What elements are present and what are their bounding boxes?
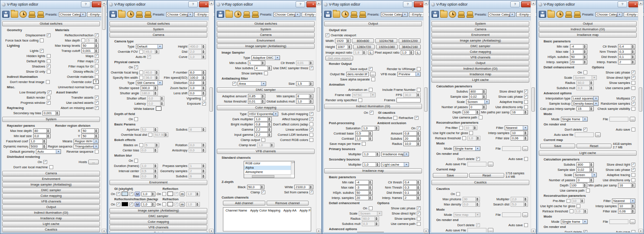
spin-down-icon[interactable] [154, 150, 158, 152]
spinner-arrows-icon[interactable] [375, 222, 379, 226]
spin-down-icon[interactable] [202, 88, 206, 90]
spinner[interactable]: 0,001 [42, 111, 60, 115]
button[interactable]: ... [88, 160, 99, 164]
checkbox[interactable]: ✓ [631, 96, 635, 100]
stamp-load-icon[interactable] [144, 11, 151, 18]
checkbox[interactable] [95, 64, 99, 68]
section-bar-irradiance-map[interactable]: Irradiance map [324, 168, 422, 173]
spinner-arrows-icon[interactable] [267, 122, 271, 126]
dropdown[interactable]: Least squares fi▼ [572, 96, 599, 101]
checkbox[interactable]: ✓ [325, 33, 329, 37]
spinner[interactable]: 1,0 [401, 50, 414, 55]
spinner-arrows-icon[interactable] [270, 143, 274, 147]
spinner[interactable]: 0,8 [403, 131, 421, 136]
spin-down-icon[interactable] [270, 145, 274, 147]
spin-down-icon[interactable] [154, 166, 158, 168]
spinner[interactable]: 50,0 [247, 185, 264, 189]
section-bar-global-switches[interactable]: Global switches [2, 21, 100, 26]
spin-down-icon[interactable] [524, 138, 528, 140]
checkbox[interactable]: ✓ [95, 33, 99, 37]
help-button[interactable]: ? [81, 1, 90, 7]
section-bar-system[interactable]: System [217, 27, 315, 32]
spin-down-icon[interactable] [363, 52, 366, 54]
spinner[interactable]: 40,0 [145, 70, 159, 75]
spinner-arrows-icon[interactable] [196, 202, 200, 206]
spin-down-icon[interactable] [43, 141, 46, 143]
spinner[interactable]: 10,0 [403, 141, 421, 146]
spinner-arrows-icon[interactable] [202, 50, 206, 54]
stamp-save-icon[interactable] [457, 11, 465, 18]
spinner[interactable]: 5 [145, 143, 159, 147]
button[interactable]: m [180, 202, 185, 207]
spinner-arrows-icon[interactable] [368, 180, 372, 184]
spin-down-icon[interactable] [369, 192, 372, 195]
spinner-arrows-icon[interactable] [589, 86, 593, 90]
spinner[interactable]: 45,0 [145, 49, 159, 54]
checkbox[interactable] [95, 150, 99, 154]
spinner-arrows-icon[interactable] [94, 38, 98, 42]
section-bar-camera[interactable]: Camera [109, 32, 207, 38]
spinner[interactable]: 800 [469, 89, 486, 94]
spinner[interactable]: 20 [570, 60, 587, 64]
spin-down-icon[interactable] [155, 145, 159, 147]
stamp-load-icon[interactable] [251, 11, 259, 18]
help-button[interactable]: ? [403, 1, 412, 7]
checkbox[interactable]: ✓ [95, 59, 99, 63]
section-bar-vfb-channels[interactable]: VFB channels [2, 199, 100, 204]
button[interactable]: ... [522, 146, 528, 151]
text-field[interactable] [502, 212, 521, 217]
dropdown[interactable]: NTSC▼ [352, 93, 376, 97]
spin-down-icon[interactable] [631, 57, 635, 59]
spinner[interactable]: 0,02 [469, 94, 486, 99]
open-folder-icon[interactable] [440, 11, 448, 18]
checkbox[interactable]: ✓ [134, 65, 138, 69]
text-field[interactable] [502, 146, 521, 151]
spin-down-icon[interactable] [583, 57, 587, 59]
spinner[interactable]: 50 [81, 134, 99, 138]
section-bar-output[interactable]: Output [109, 231, 207, 233]
spinner[interactable]: 517,51 [154, 132, 168, 137]
spinner[interactable]: 1,5 [296, 81, 313, 86]
section-bar-vfb-channels[interactable]: VFB channels [109, 225, 207, 230]
spinner-arrows-icon[interactable] [482, 90, 486, 93]
spinner[interactable]: 50 [570, 54, 587, 59]
dropdown[interactable]: Screen▼ [359, 211, 382, 216]
spin-down-icon[interactable] [417, 95, 420, 97]
checkbox[interactable]: ✓ [524, 95, 528, 99]
spinner-arrows-icon[interactable] [631, 204, 635, 208]
spinner[interactable]: 1,0 [257, 143, 274, 147]
spinner[interactable]: 16 [511, 110, 528, 115]
spinner[interactable]: 10 [572, 199, 585, 203]
spinner[interactable]: 0,1 [618, 54, 635, 59]
spinner[interactable]: 0,0 [147, 96, 164, 101]
spinner[interactable]: 5,0 [141, 127, 158, 132]
checkbox[interactable]: ✓ [40, 49, 44, 53]
checkbox[interactable]: ✓ [202, 102, 206, 106]
text-field[interactable] [396, 98, 421, 103]
dropdown[interactable]: Still Camera▼ [136, 80, 163, 85]
spinner-arrows-icon[interactable] [524, 110, 528, 114]
spinner-arrows-icon[interactable] [155, 143, 159, 147]
checkbox[interactable] [362, 142, 366, 146]
spin-down-icon[interactable] [584, 211, 587, 213]
checkbox[interactable] [631, 107, 635, 111]
checkbox[interactable]: ✓ [476, 157, 480, 161]
spinner-arrows-icon[interactable] [482, 95, 486, 99]
dropdown[interactable]: HSV Exponentia▼ [248, 112, 278, 116]
section-bar-indirect-illumination-gi[interactable]: Indirect illumination (GI) [431, 66, 529, 71]
checkbox[interactable]: ✓ [309, 128, 313, 131]
scroll-thumb[interactable] [424, 87, 428, 112]
spinner[interactable]: 0 [469, 105, 486, 109]
spinner-arrows-icon[interactable] [94, 134, 98, 138]
scroll-down-icon[interactable]: ▼ [102, 229, 106, 233]
spin-down-icon[interactable] [524, 112, 528, 114]
checkbox[interactable] [524, 223, 528, 227]
spin-down-icon[interactable] [583, 46, 587, 48]
spinner[interactable]: 0,0 [141, 174, 158, 179]
dropdown[interactable]: Choose Categor▼ [59, 12, 86, 17]
checkbox[interactable] [47, 96, 51, 99]
spinner[interactable]: 8 [189, 127, 206, 132]
checkbox[interactable] [456, 192, 460, 196]
spinner-arrows-icon[interactable] [476, 136, 480, 140]
list-item[interactable]: Alpha [244, 166, 294, 170]
